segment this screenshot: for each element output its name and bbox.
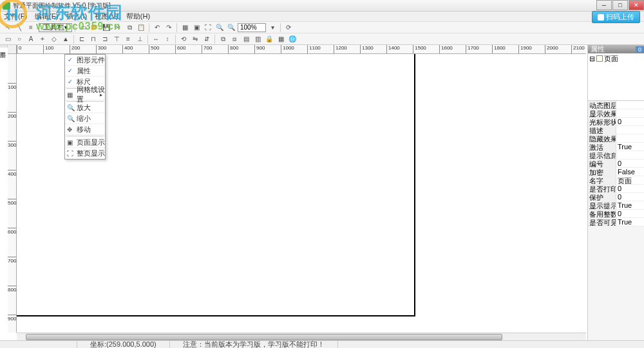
tool-grid-icon[interactable]: ▦ [180,23,190,33]
prop-row[interactable]: 名字页面 [588,176,644,185]
tree-expand-icon[interactable]: ⊟ [589,55,595,63]
tool-rect-icon[interactable]: ▭ [3,34,13,44]
prop-row[interactable]: 编号0 [588,160,644,168]
tool-back-icon[interactable]: ▥ [252,34,263,44]
prop-row[interactable]: 光标形状0 [588,118,644,126]
tool-text-icon[interactable]: A [26,34,36,44]
tool-line-icon[interactable]: ╲ [14,23,24,33]
prop-row[interactable]: 激活True [588,143,644,151]
prop-row[interactable]: 备用整数0 [588,210,644,218]
tool-full-icon[interactable]: ⛶ [203,23,213,33]
prop-value[interactable]: 0 [616,193,644,201]
tool-open-icon[interactable]: 📂 [90,23,100,33]
prop-value[interactable] [616,134,644,142]
prop-row[interactable]: 加密False [588,168,644,176]
prop-row[interactable]: 提示信息 [588,151,644,160]
prop-row[interactable]: 显示提示True [588,201,644,210]
tool-list-icon[interactable]: ≡ [26,23,36,33]
upload-button[interactable]: 扫码上传 [592,11,640,23]
menu-edit[interactable]: 编辑(E) [35,12,59,21]
prop-row[interactable]: 显示效果 [588,109,644,118]
menu-item-grid[interactable]: ▦网格线设置▸ [65,89,105,100]
menu-view[interactable]: 视图(V) [95,12,118,21]
tool-zoomout-icon[interactable]: 🔍 [214,23,225,33]
prop-value[interactable]: True [616,218,644,226]
menu-file[interactable]: 文件(F) [4,12,27,21]
tool-group-icon[interactable]: ⧉ [218,34,228,44]
prop-value[interactable] [616,109,644,117]
tool-align-c-icon[interactable]: ⊓ [88,34,99,44]
prop-value[interactable] [616,126,644,134]
menu-item-move[interactable]: ✥移动 [65,124,105,135]
menu-item-zoomin[interactable]: 🔍放大 [65,102,105,113]
tool-page-icon[interactable]: ▣ [191,23,202,33]
prop-value[interactable]: True [616,201,644,209]
prop-row[interactable]: 保护0 [588,193,644,201]
close-button[interactable]: ✕ [629,0,644,10]
minimize-button[interactable]: ─ [596,0,612,10]
prop-row[interactable]: 动态图层 [588,101,644,109]
maximize-button[interactable]: □ [612,0,628,10]
prop-value[interactable]: 0 [616,160,644,167]
tool-align-t-icon[interactable]: ⊤ [111,34,122,44]
menu-insert[interactable]: 插入(I) [66,12,87,21]
tool-globe-icon[interactable]: 🌐 [287,34,298,44]
tool-dist-h-icon[interactable]: ↔ [151,34,161,44]
tree-root-item[interactable]: ⊟ 页面 [589,55,643,62]
tool-align-m-icon[interactable]: ≡ [123,34,133,44]
tool-circle-icon[interactable]: ○ [14,34,24,44]
menu-item-pageview[interactable]: ▣页面显示 [65,137,105,148]
tool-redo-icon[interactable]: ↷ [164,23,174,33]
tool-lock-icon[interactable]: 🔒 [264,34,274,44]
tool-layer-icon[interactable]: ▦ [276,34,286,44]
tool-copy-icon[interactable]: ⧉ [124,23,135,33]
tool-refresh-icon[interactable]: ⟳ [283,23,294,33]
tool-dist-v-icon[interactable]: ↕ [162,34,173,44]
tool-undo-icon[interactable]: ↶ [152,23,162,33]
tool-shapes-icon[interactable]: ◇ [49,34,59,44]
tree-area[interactable]: ⊟ 页面 [588,53,644,101]
tool-cut-icon[interactable]: ✂ [113,23,123,33]
tool-align-b-icon[interactable]: ⊥ [135,34,145,44]
prop-row[interactable]: 隐藏效果 [588,134,644,143]
prop-row[interactable]: 描述 [588,126,644,134]
prop-value[interactable]: 0 [616,210,644,217]
tool-plus-icon[interactable]: + [37,34,48,44]
tool-zoomin-icon[interactable]: 🔍 [226,23,236,33]
menu-item-zoomout[interactable]: 🔍缩小 [65,113,105,124]
property-grid[interactable]: 动态图层显示效果光标形状0描述隐藏效果激活True提示信息编号0加密False名… [588,101,644,226]
tool-front-icon[interactable]: ▤ [241,34,251,44]
tool-align-l-icon[interactable]: ⊏ [77,34,87,44]
menu-item-props[interactable]: ✓属性 [65,66,105,77]
ruler-tick: 400 [122,45,133,54]
prop-value[interactable]: 页面 [616,176,644,184]
menu-help[interactable]: 帮助(H) [126,12,150,21]
zoom-input[interactable]: 100% [238,23,266,32]
menu-item-elements[interactable]: ✓图形元件 [65,55,105,66]
prop-row[interactable]: 是否打印0 [588,185,644,193]
tool-rotate-icon[interactable]: ⟲ [178,34,189,44]
toolbar-label-button[interactable]: 工具栏 ▾ [39,23,72,32]
prop-value[interactable] [616,101,644,109]
tool-new-icon[interactable]: ▭ [78,23,88,33]
prop-value[interactable]: 0 [616,185,644,192]
tool-align-r-icon[interactable]: ⊐ [100,34,110,44]
zoom-dropdown-icon[interactable]: ▾ [267,23,278,33]
tool-ungroup-icon[interactable]: ⧈ [229,34,240,44]
tool-flip-h-icon[interactable]: ⇋ [190,34,200,44]
tool-save-icon[interactable]: 💾 [101,23,111,33]
prop-value[interactable]: 0 [616,118,644,125]
prop-value[interactable] [616,151,644,159]
window-controls: ─ □ ✕ [596,0,644,12]
menu-item-fullpage[interactable]: ⛶整页显示 [65,148,105,159]
prop-value[interactable]: False [616,168,644,176]
tool-pointer-icon[interactable]: ↖ [3,23,13,33]
toolbar-1: ↖ ╲ ≡ 工具栏 ▾ ▭ 📂 💾 ✂ ⧉ 📋 ↶ ↷ ▦ ▣ ⛶ 🔍 🔍 10… [0,22,644,33]
prop-row[interactable]: 是否可见True [588,218,644,226]
tool-flip-v-icon[interactable]: ⇵ [202,34,212,44]
prop-value[interactable]: True [616,143,644,151]
left-tab[interactable]: 图层 [0,45,8,48]
tool-arrow-icon[interactable]: ▲ [61,34,71,44]
tool-paste-icon[interactable]: 📋 [136,23,146,33]
ruler-tick: 800 [228,45,238,54]
